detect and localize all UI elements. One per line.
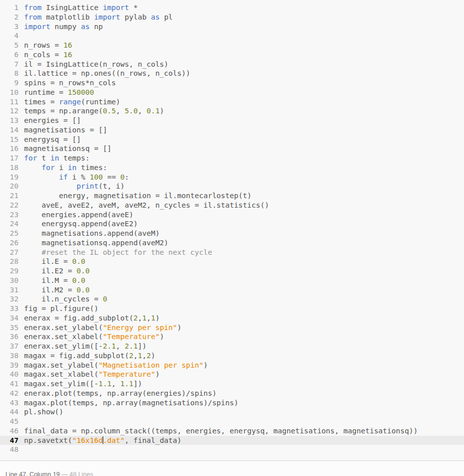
line-number: 15 — [0, 135, 19, 144]
code-line[interactable]: 47np.savetxt("16x16d.dat", final_data) — [0, 436, 464, 445]
code-line[interactable]: 30 il.M = 0.0 — [0, 276, 464, 285]
code-line[interactable]: 24 energysq.append(aveE2) — [0, 219, 464, 229]
code-token: in — [68, 164, 76, 172]
code-token: enerax.plot(temps, np.array(energies)/sp… — [24, 389, 216, 397]
line-number: 46 — [0, 426, 19, 436]
code-line[interactable]: 23 energies.append(aveE) — [0, 210, 464, 220]
code-text: n_cols = 16 — [19, 50, 72, 60]
code-line[interactable]: 18 for i in times: — [0, 163, 464, 173]
code-token: import — [24, 23, 50, 31]
code-token: np — [90, 23, 103, 31]
code-line[interactable]: 31 il.M2 = 0.0 — [0, 285, 464, 295]
code-editor[interactable]: 1from IsingLattice import *2from matplot… — [0, 0, 464, 460]
code-line[interactable]: 3import numpy as np — [0, 22, 464, 32]
code-line[interactable]: 1from IsingLattice import * — [0, 3, 464, 13]
code-token: magnetisations = [] — [24, 126, 107, 134]
code-line[interactable]: 40magax.set_xlabel("Temperature") — [0, 370, 464, 379]
code-line[interactable]: 39magax.set_ylabel("Magnetisation per sp… — [0, 361, 464, 370]
code-line[interactable]: 17for t in temps: — [0, 153, 464, 163]
code-line[interactable]: 37enerax.set_ylim([-2.1, 2.1]) — [0, 342, 464, 351]
code-token: as — [151, 13, 159, 21]
code-line[interactable]: 42enerax.plot(temps, np.array(energies)/… — [0, 389, 464, 398]
code-text: pl.show() — [19, 407, 64, 417]
line-number: 3 — [0, 22, 19, 32]
code-token: 0.0 — [72, 257, 85, 265]
code-text: enerax = fig.add_subplot(2,1,1) — [19, 313, 160, 323]
line-number: 7 — [0, 60, 19, 69]
code-token: import — [103, 4, 129, 12]
code-line[interactable]: 46final_data = np.column_stack((temps, e… — [0, 426, 464, 436]
code-token: spins = n_rows*n_cols — [24, 79, 116, 87]
code-text: runtime = 150000 — [19, 88, 94, 97]
code-line[interactable]: 28 il.E = 0.0 — [0, 257, 464, 266]
code-text: energysq = [] — [19, 135, 81, 144]
code-line[interactable]: 48 — [0, 445, 464, 454]
code-token: 0.1 — [146, 107, 159, 115]
line-number: 10 — [0, 88, 19, 97]
code-line[interactable]: 27 #reset the IL object for the next cyc… — [0, 248, 464, 257]
code-token: final_data = np.column_stack((temps, ene… — [24, 427, 418, 435]
code-line[interactable]: 41magax.set_ylim([-1.1, 1.1]) — [0, 379, 464, 389]
code-token: ) — [151, 352, 155, 360]
code-token: enerax.set_ylim([- — [24, 342, 103, 350]
code-line[interactable]: 15energysq = [] — [0, 135, 464, 144]
code-line[interactable]: 8il.lattice = np.ones((n_rows, n_cols)) — [0, 69, 464, 78]
code-token: 0 — [103, 295, 107, 303]
code-line[interactable]: 36enerax.set_xlabel("Temperature") — [0, 332, 464, 342]
code-line[interactable]: 34enerax = fig.add_subplot(2,1,1) — [0, 313, 464, 323]
code-line[interactable]: 13energies = [] — [0, 116, 464, 125]
code-token: 1 — [138, 352, 142, 360]
code-line[interactable]: 26 magnetisationsq.append(aveM2) — [0, 238, 464, 248]
code-line[interactable]: 45 — [0, 417, 464, 426]
code-text: from matplotlib import pylab as pl — [19, 13, 173, 22]
code-token: "Temperature" — [103, 333, 160, 341]
code-line[interactable]: 11times = range(runtime) — [0, 97, 464, 107]
line-number: 47 — [0, 436, 19, 445]
status-separator: — — [60, 471, 69, 476]
line-number: 32 — [0, 294, 19, 304]
code-text: il.E = 0.0 — [19, 257, 85, 266]
code-line[interactable]: 22 aveE, aveE2, aveM, aveM2, n_cycles = … — [0, 201, 464, 210]
code-text: print(t, i) — [19, 182, 125, 191]
code-line[interactable]: 29 il.E2 = 0.0 — [0, 266, 464, 276]
code-token: * — [129, 4, 138, 12]
code-text: np.savetxt("16x16d.dat", final_data) — [19, 436, 181, 445]
code-line[interactable]: 38magax = fig.add_subplot(2,1,2) — [0, 351, 464, 361]
code-line[interactable]: 12temps = np.arange(0.5, 5.0, 0.1) — [0, 106, 464, 116]
code-line[interactable]: 14magnetisations = [] — [0, 125, 464, 135]
code-line[interactable]: 5n_rows = 16 — [0, 41, 464, 50]
code-line[interactable]: 32 il.n_cycles = 0 — [0, 294, 464, 304]
code-line[interactable]: 2from matplotlib import pylab as pl — [0, 13, 464, 22]
code-token: "Temperature" — [98, 370, 155, 378]
code-token: , — [146, 314, 151, 322]
code-line[interactable]: 6n_cols = 16 — [0, 50, 464, 60]
code-line[interactable]: 7il = IsingLattice(n_rows, n_cols) — [0, 60, 464, 69]
code-token: energysq.append(aveE2) — [24, 220, 138, 228]
code-line[interactable]: 21 energy, magnetisation = il.montecarlo… — [0, 191, 464, 201]
code-text: magax.set_ylim([-1.1, 1.1]) — [19, 379, 142, 389]
code-token: "16x16d — [72, 436, 103, 444]
code-line[interactable]: 16magnetisationsq = [] — [0, 144, 464, 153]
code-line[interactable]: 19 if i % 100 == 0: — [0, 173, 464, 182]
line-number: 12 — [0, 106, 19, 116]
code-line[interactable]: 33fig = pl.figure() — [0, 304, 464, 313]
code-token: range — [59, 98, 81, 106]
code-token: for — [42, 164, 55, 172]
code-line[interactable]: 25 magnetisations.append(aveM) — [0, 229, 464, 238]
code-line[interactable]: 4 — [0, 31, 464, 41]
code-token: ) — [203, 361, 208, 369]
code-line[interactable]: 44pl.show() — [0, 407, 464, 417]
code-line[interactable]: 9spins = n_rows*n_cols — [0, 78, 464, 88]
code-line[interactable]: 43magax.plot(temps, np.array(magnetisati… — [0, 398, 464, 408]
code-token: , — [138, 314, 142, 322]
code-line[interactable]: 10runtime = 150000 — [0, 88, 464, 97]
code-line[interactable]: 20 print(t, i) — [0, 182, 464, 191]
code-line[interactable]: 35enerax.set_ylabel("Energy per spin") — [0, 323, 464, 333]
line-number: 34 — [0, 313, 19, 323]
code-text: energysq.append(aveE2) — [19, 219, 138, 229]
code-token: energies = [] — [24, 116, 81, 124]
line-number: 36 — [0, 332, 19, 342]
line-number: 21 — [0, 191, 19, 201]
code-token: ) — [160, 333, 164, 341]
cursor-position-indicator[interactable]: Line 47, Column 19 — [6, 471, 60, 476]
